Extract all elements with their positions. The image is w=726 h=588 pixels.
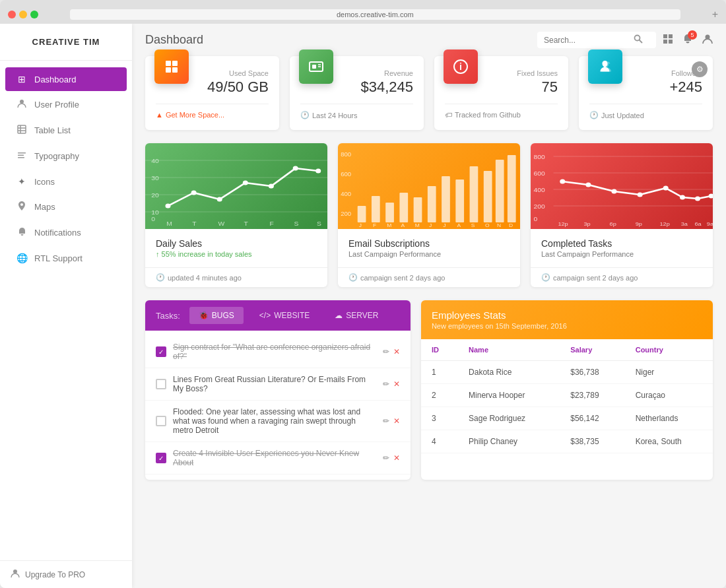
- svg-rect-64: [508, 155, 516, 222]
- svg-text:200: 200: [534, 203, 546, 210]
- svg-text:9p: 9p: [636, 221, 642, 227]
- svg-rect-5: [18, 152, 26, 154]
- svg-point-87: [585, 183, 591, 187]
- svg-text:S: S: [294, 220, 298, 227]
- table-row: 4Philip Chaney$38,735Korea, South: [421, 430, 713, 453]
- task-item: Flooded: One year later, assessing what …: [145, 401, 411, 442]
- upgrade-to-pro-button[interactable]: Upgrade To PRO: [0, 560, 132, 588]
- gear-button[interactable]: ⚙: [692, 61, 708, 77]
- task-edit-1[interactable]: ✏: [383, 347, 389, 356]
- dot-red[interactable]: [8, 11, 16, 18]
- tab-website[interactable]: </> WEBSITE: [250, 307, 319, 324]
- search-box: [537, 32, 656, 48]
- svg-point-0: [20, 100, 24, 104]
- task-item: ✓ Create 4 Invisible User Experiences yo…: [145, 442, 411, 474]
- col-name: Name: [458, 339, 560, 361]
- svg-rect-6: [18, 155, 24, 156]
- cell-name: Dakota Rice: [458, 361, 560, 384]
- svg-point-43: [191, 191, 197, 195]
- tab-bugs[interactable]: 🐞 BUGS: [189, 307, 244, 324]
- url-text: demos.creative-tim.com: [337, 11, 414, 18]
- clock-icon-3: 🕐: [156, 273, 165, 282]
- sidebar-item-rtl-support[interactable]: 🌐 RTL Support: [5, 246, 127, 270]
- svg-point-86: [560, 180, 565, 184]
- svg-point-46: [269, 184, 274, 189]
- col-salary: Salary: [560, 339, 624, 361]
- task-delete-1[interactable]: ✕: [393, 347, 400, 356]
- revenue-footer: 🕐 Last 24 Hours: [300, 104, 413, 119]
- task-checkbox-1[interactable]: ✓: [156, 346, 166, 357]
- sidebar-item-dashboard[interactable]: ⊞ Dashboard: [5, 67, 127, 91]
- used-space-footer-text[interactable]: Get More Space...: [166, 111, 224, 119]
- followers-footer-text: Just Updated: [601, 112, 644, 119]
- sidebar-item-user-profile[interactable]: User Profile: [5, 92, 127, 117]
- svg-text:M: M: [166, 220, 172, 227]
- completed-tasks-footer: 🕐 campaign sent 2 days ago: [531, 267, 713, 287]
- completed-tasks-footer-text: campaign sent 2 days ago: [553, 274, 638, 282]
- task-delete-2[interactable]: ✕: [393, 379, 400, 389]
- task-delete-4[interactable]: ✕: [393, 453, 400, 463]
- app-container: CREATIVE TIM ⊞ Dashboard User Profile Ta…: [0, 24, 726, 588]
- svg-rect-14: [669, 40, 673, 44]
- svg-text:800: 800: [341, 151, 351, 158]
- notification-bell-button[interactable]: 5: [682, 34, 693, 47]
- search-input[interactable]: [544, 36, 630, 45]
- user-menu-button[interactable]: [702, 34, 713, 47]
- svg-point-42: [165, 204, 170, 209]
- table-row: 2Minerva Hooper$23,789Curaçao: [421, 384, 713, 407]
- svg-rect-56: [399, 193, 408, 222]
- dot-green[interactable]: [30, 11, 38, 18]
- completed-tasks-subtitle: Last Campaign Performance: [541, 250, 702, 258]
- new-tab-button[interactable]: +: [712, 9, 718, 20]
- svg-rect-21: [312, 65, 316, 69]
- task-delete-3[interactable]: ✕: [393, 416, 400, 426]
- svg-line-10: [640, 40, 643, 44]
- sidebar-label-user-profile: User Profile: [34, 100, 79, 110]
- task-edit-2[interactable]: ✏: [383, 379, 389, 389]
- notifications-icon: [16, 227, 28, 238]
- svg-rect-62: [484, 171, 492, 222]
- sidebar-item-maps[interactable]: Maps: [5, 195, 127, 219]
- sidebar-brand: CREATIVE TIM: [0, 24, 132, 61]
- svg-rect-16: [166, 61, 171, 66]
- svg-rect-19: [172, 67, 178, 73]
- cell-country: Niger: [625, 361, 713, 384]
- grid-view-button[interactable]: [663, 34, 673, 47]
- svg-text:6p: 6p: [610, 221, 616, 227]
- task-item: ✓ Sign contract for "What are conference…: [145, 336, 411, 368]
- sidebar-label-typography: Typography: [34, 151, 79, 161]
- cell-country: Curaçao: [625, 384, 713, 407]
- sidebar-label-dashboard: Dashboard: [34, 75, 77, 84]
- svg-text:i: i: [459, 61, 462, 72]
- task-edit-3[interactable]: ✏: [383, 416, 389, 426]
- tag-icon: 🏷: [445, 111, 452, 119]
- task-checkbox-2[interactable]: [156, 379, 166, 389]
- task-checkbox-3[interactable]: [156, 416, 166, 426]
- used-space-icon: [154, 49, 189, 84]
- svg-text:D: D: [509, 222, 513, 228]
- revenue-footer-text: Last 24 Hours: [312, 112, 357, 119]
- tab-server[interactable]: ☁ SERVER: [325, 307, 387, 324]
- svg-rect-17: [172, 61, 178, 66]
- table-list-icon: [16, 125, 28, 136]
- sidebar-item-icons[interactable]: ✦ Icons: [5, 170, 127, 193]
- dot-yellow[interactable]: [19, 11, 27, 18]
- task-checkbox-4[interactable]: ✓: [156, 453, 166, 463]
- sidebar-item-table-list[interactable]: Table List: [5, 118, 127, 143]
- typography-icon: [16, 150, 28, 162]
- sidebar-item-typography[interactable]: Typography: [5, 144, 127, 168]
- task-edit-4[interactable]: ✏: [383, 453, 389, 463]
- email-subscriptions-title: Email Subscriptions: [348, 238, 510, 249]
- daily-sales-subtitle: ↑ 55% increase in today sales: [156, 250, 317, 258]
- sidebar-item-notifications[interactable]: Notifications: [5, 220, 127, 245]
- cell-country: Netherlands: [625, 407, 713, 430]
- email-subscriptions-footer-text: campaign sent 2 days ago: [360, 274, 445, 282]
- employees-subtitle: New employees on 15th September, 2016: [432, 322, 702, 330]
- cell-salary: $23,789: [560, 384, 624, 407]
- task-text-2: Lines From Great Russian Literature? Or …: [173, 375, 376, 393]
- cell-salary: $56,142: [560, 407, 624, 430]
- warning-icon: ▲: [156, 111, 163, 119]
- search-icon[interactable]: [634, 34, 643, 46]
- col-id: ID: [421, 339, 458, 361]
- bugs-icon: 🐞: [199, 311, 209, 320]
